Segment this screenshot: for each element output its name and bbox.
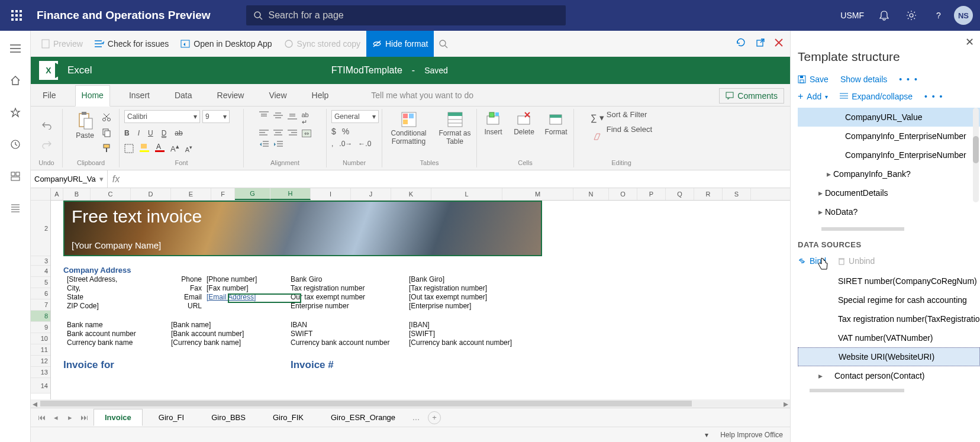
undo-button[interactable] xyxy=(39,120,54,131)
cell[interactable]: SWIFT xyxy=(291,330,409,338)
tree-more-icon[interactable]: • • • xyxy=(924,92,943,101)
cell[interactable]: Our tax exempt number xyxy=(291,293,409,301)
cell[interactable]: Bank name xyxy=(63,321,171,329)
col-header[interactable]: O xyxy=(609,188,637,200)
col-header[interactable]: S xyxy=(723,188,751,200)
cell[interactable]: [Fax number] xyxy=(207,284,291,292)
cell[interactable]: City, xyxy=(63,284,171,292)
cell[interactable]: [Bank name] xyxy=(171,321,291,329)
more-options-icon[interactable]: • • • xyxy=(899,75,918,84)
tab-data[interactable]: Data xyxy=(169,86,198,106)
tell-me-input[interactable]: Tell me what you want to do xyxy=(365,86,479,106)
font-color-button[interactable]: A xyxy=(155,143,165,154)
global-search[interactable]: Search for a page xyxy=(246,5,566,25)
cell[interactable]: Fax xyxy=(171,284,207,292)
redo-button[interactable] xyxy=(39,139,54,150)
data-source-item[interactable]: VAT number(VATNumber) xyxy=(798,328,980,347)
data-source-item[interactable]: Special regime for cash accounting xyxy=(798,291,980,309)
cell[interactable]: Currency bank name xyxy=(63,338,171,347)
tab-file[interactable]: File xyxy=(37,86,62,106)
cell[interactable]: Bank account number xyxy=(63,330,171,338)
fill-color-button[interactable] xyxy=(140,143,149,154)
cell[interactable]: [SWIFT] xyxy=(409,330,527,338)
insert-cells-button[interactable]: Insert xyxy=(479,110,508,137)
col-header[interactable]: K xyxy=(391,188,431,200)
hide-format-button[interactable]: Hide format xyxy=(366,31,434,57)
format-table-button[interactable]: Format as Table xyxy=(436,110,475,147)
col-header[interactable]: P xyxy=(637,188,666,200)
cell[interactable]: Phone xyxy=(171,275,207,283)
format-painter-icon[interactable] xyxy=(102,143,111,153)
row-header[interactable]: 13 xyxy=(31,367,50,378)
sheet-nav-first[interactable]: ⏮ xyxy=(34,413,49,422)
col-header[interactable]: D xyxy=(131,188,171,200)
row-header[interactable]: 3 xyxy=(31,256,50,266)
row-header[interactable]: 9 xyxy=(31,322,50,333)
refresh-icon[interactable] xyxy=(736,37,746,50)
percent-button[interactable]: % xyxy=(342,127,349,136)
tree-item[interactable]: ▸DocumentDetails xyxy=(798,183,980,202)
cell[interactable]: Enterprise number xyxy=(291,302,409,310)
align-bottom-icon[interactable] xyxy=(288,111,297,120)
row-header[interactable]: 8 xyxy=(31,311,50,322)
col-header[interactable]: G xyxy=(235,188,270,200)
col-header[interactable]: N xyxy=(573,188,609,200)
row-header[interactable]: 14 xyxy=(31,378,50,393)
select-all-corner[interactable] xyxy=(31,188,50,201)
tab-insert[interactable]: Insert xyxy=(123,86,156,106)
col-header[interactable]: F xyxy=(211,188,235,200)
strikethrough-button[interactable]: ab xyxy=(175,129,182,138)
name-box[interactable]: CompanyURL_Va▾ xyxy=(31,170,108,188)
cell[interactable]: [IBAN] xyxy=(409,321,527,329)
italic-button[interactable]: I xyxy=(138,129,140,138)
format-cells-button[interactable]: Format xyxy=(541,110,572,137)
panel-close-icon[interactable]: ✕ xyxy=(965,36,974,49)
cell[interactable]: [Phone number] xyxy=(207,275,291,283)
menu-toggle-icon[interactable] xyxy=(6,39,25,58)
check-issues-button[interactable]: Check for issues xyxy=(89,36,175,52)
find-select-button[interactable]: Find & Select xyxy=(607,125,652,134)
row-header[interactable]: 6 xyxy=(31,288,50,299)
cell[interactable]: Email xyxy=(171,293,207,301)
popout-icon[interactable] xyxy=(756,38,765,50)
col-header[interactable]: J xyxy=(351,188,391,200)
tree-item[interactable]: CompanyInfo_EnterpriseNumber xyxy=(798,146,980,164)
increase-indent-icon[interactable] xyxy=(273,141,283,148)
col-header[interactable]: M xyxy=(502,188,573,200)
col-header[interactable]: H xyxy=(270,188,311,200)
border-button[interactable] xyxy=(124,144,134,153)
tree-scrollbar[interactable] xyxy=(973,136,979,163)
col-header[interactable]: I xyxy=(311,188,351,200)
comma-button[interactable]: , xyxy=(331,140,333,148)
open-desktop-button[interactable]: Open in Desktop App xyxy=(175,36,278,52)
col-header[interactable]: L xyxy=(431,188,502,200)
show-details-button[interactable]: Show details xyxy=(840,75,887,84)
sheet-tab[interactable]: Giro_FI xyxy=(147,409,195,426)
cell[interactable]: [Currency bank name] xyxy=(171,338,291,347)
align-top-icon[interactable] xyxy=(259,111,269,120)
row-header[interactable]: 7 xyxy=(31,299,50,311)
cell[interactable]: State xyxy=(63,293,171,301)
tree-item[interactable]: CompanyInfo_EnterpriseNumber xyxy=(798,127,980,146)
sheet-nav-next[interactable]: ▸ xyxy=(63,413,77,422)
app-launcher[interactable] xyxy=(2,0,31,31)
align-right-icon[interactable] xyxy=(288,130,297,137)
action-search-icon[interactable] xyxy=(434,34,453,53)
cell[interactable]: [Email Address] xyxy=(207,293,291,301)
cell[interactable]: [Bank Giro] xyxy=(409,275,527,283)
wrap-text-icon[interactable]: ab↵ xyxy=(302,111,309,126)
row-header[interactable]: 2 xyxy=(31,201,50,256)
align-center-icon[interactable] xyxy=(273,130,283,137)
currency-button[interactable]: $ xyxy=(331,127,336,136)
cell[interactable]: [Currency bank account number] xyxy=(409,338,527,347)
data-source-item[interactable]: SIRET number(CompanyCoRegNum) xyxy=(798,272,980,291)
user-avatar[interactable]: NS xyxy=(954,6,973,25)
align-middle-icon[interactable] xyxy=(273,111,283,120)
comments-button[interactable]: Comments xyxy=(719,88,784,104)
add-sheet-button[interactable]: + xyxy=(428,411,441,424)
preview-button[interactable]: Preview xyxy=(36,36,89,52)
copy-icon[interactable] xyxy=(102,128,111,137)
col-header[interactable]: B xyxy=(63,188,91,200)
sheet-tab[interactable]: Giro_BBS xyxy=(200,409,257,426)
bold-button[interactable]: B xyxy=(124,129,130,138)
